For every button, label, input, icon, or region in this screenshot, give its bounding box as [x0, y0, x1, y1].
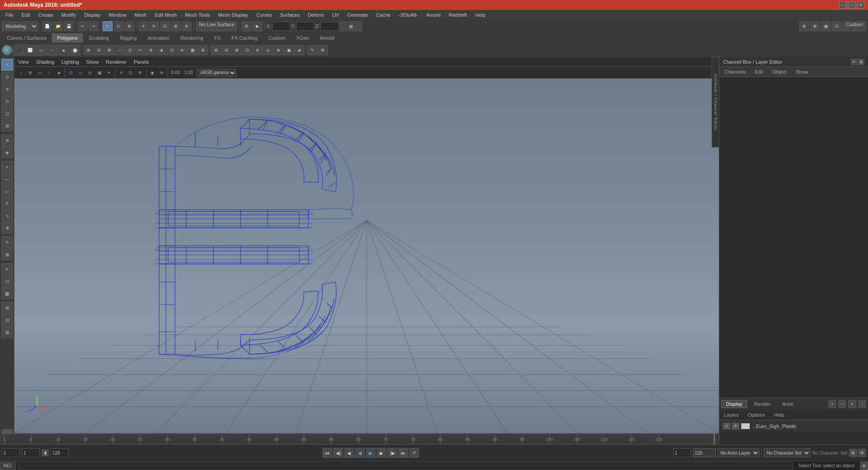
rotate-side-button[interactable]: ↻	[1, 95, 13, 107]
poly-fill-hole-button[interactable]: ⊡	[167, 45, 177, 55]
lighting-button[interactable]: ☀	[104, 68, 113, 77]
vp-menu-show[interactable]: Show	[85, 59, 101, 65]
layer-options-button[interactable]: ⋯	[838, 400, 846, 408]
cb-tab-channels[interactable]: Channels	[721, 68, 749, 75]
poly-bridge-button[interactable]: ⊟	[94, 45, 104, 55]
play-forward-button[interactable]: ▶	[366, 448, 376, 458]
edge-snap-side-button[interactable]: —	[1, 173, 13, 185]
poly-append-button[interactable]: ◈	[156, 45, 166, 55]
poly-cut-button[interactable]: ✂	[136, 45, 146, 55]
vertex-snap-side-button[interactable]: •	[1, 161, 13, 173]
transform-btn-1[interactable]: ⊞	[1, 302, 13, 314]
menu-curves[interactable]: Curves	[253, 11, 276, 19]
menu-mesh[interactable]: Mesh	[131, 11, 150, 19]
camera-attr-button[interactable]: ⚙	[136, 68, 145, 77]
z-coord-input[interactable]	[321, 22, 339, 31]
rotate-tool-button[interactable]: ↻	[149, 21, 159, 31]
cb-tab-edit[interactable]: Edit	[751, 68, 767, 75]
move-side-button[interactable]: ✛	[1, 83, 13, 95]
layer-color-button[interactable]	[741, 423, 750, 429]
menu-mesh-tools[interactable]: Mesh Tools	[181, 11, 213, 19]
render-settings-button[interactable]: ⚙	[241, 21, 251, 31]
select-tool-button[interactable]: ↖	[103, 21, 113, 31]
prev-keyframe-button[interactable]: ◀|	[333, 448, 343, 458]
menu-modify[interactable]: Modify	[58, 11, 80, 19]
anim-layer-select[interactable]: No Anim Layer	[717, 448, 760, 457]
range-end-input[interactable]	[51, 448, 69, 457]
playback-end-input[interactable]	[693, 448, 716, 457]
sculpt-tool-side-button[interactable]: ⊠	[1, 249, 13, 260]
script-input[interactable]	[18, 462, 793, 470]
panel-float-button[interactable]: ⊞	[858, 59, 864, 65]
poly-ring-button[interactable]: ◎	[125, 45, 135, 55]
lasso-button[interactable]: ⊙	[113, 21, 123, 31]
menu-display[interactable]: Display	[80, 11, 104, 19]
current-frame-input[interactable]	[22, 448, 40, 457]
layer-add-button[interactable]: +	[828, 400, 836, 408]
textured-button[interactable]: ▦	[95, 68, 104, 77]
layer-p-button[interactable]: P	[732, 423, 739, 429]
layer-float-button[interactable]: ↑	[858, 400, 866, 408]
skip-to-start-button[interactable]: ⏮	[322, 448, 332, 458]
tab-rigging[interactable]: Rigging	[115, 33, 142, 42]
menu-help[interactable]: Help	[472, 11, 489, 19]
poly-separate-button[interactable]: ⊟	[222, 45, 231, 55]
menu-window[interactable]: Window	[105, 11, 130, 19]
smooth-button[interactable]: ◎	[85, 68, 94, 77]
custom-button[interactable]: Custom	[843, 21, 866, 31]
tab-polygons[interactable]: Polygons	[52, 33, 82, 42]
character-set-select[interactable]: No Character Set	[764, 448, 811, 457]
menu-redshift[interactable]: Redshift	[445, 11, 471, 19]
menu-create[interactable]: Create	[35, 11, 57, 19]
select-tool-side-button[interactable]: ↖	[1, 59, 13, 70]
disp-tab-anim[interactable]: Anim	[777, 400, 798, 408]
camera-frame-button[interactable]: ▭	[35, 68, 44, 77]
layer-delete-button[interactable]: ×	[848, 400, 856, 408]
universal-manip-button[interactable]: ⊞	[171, 21, 181, 31]
poly-uv-button[interactable]: ⊞	[318, 45, 328, 55]
anim-btn-2[interactable]: ⚙	[858, 449, 866, 457]
poly-multi-cut-button[interactable]: ⊕	[146, 45, 156, 55]
menu-surfaces[interactable]: Surfaces	[276, 11, 303, 19]
next-frame-button[interactable]: ▶	[377, 448, 387, 458]
poly-transfer-button[interactable]: ⊕	[274, 45, 283, 55]
poly-torus-button[interactable]: ○	[47, 45, 58, 56]
poly-split-button[interactable]: ▦	[188, 45, 198, 55]
poly-bevel-button[interactable]: ⊠	[104, 45, 114, 55]
show-manip-side-button[interactable]: ◈	[1, 146, 13, 158]
menu-edit[interactable]: Edit	[18, 11, 34, 19]
mel-python-toggle[interactable]: MEL	[0, 462, 16, 470]
grid-toggle-button[interactable]: #	[117, 68, 126, 77]
poly-disk-button[interactable]: ⬤	[70, 45, 80, 56]
vp-menu-lighting[interactable]: Lighting	[60, 59, 81, 65]
menu-uv[interactable]: UV	[329, 11, 343, 19]
playback-start-input[interactable]	[673, 448, 691, 457]
poly-extrude-button[interactable]: ⊞	[84, 45, 94, 55]
new-scene-button[interactable]: 📄	[42, 21, 52, 31]
poly-conform-button[interactable]: ▣	[284, 45, 294, 55]
menu-mesh-display[interactable]: Mesh Display	[215, 11, 252, 19]
face-snap-side-button[interactable]: ▭	[1, 185, 13, 197]
poly-avg-verts-button[interactable]: ◎	[263, 45, 273, 55]
close-button[interactable]: ✕	[857, 1, 864, 9]
icon-set-3[interactable]: ▦	[821, 21, 831, 31]
scale-tool-button[interactable]: ⊡	[160, 21, 170, 31]
xray-button[interactable]: ◉	[148, 68, 157, 77]
poly-bool-button[interactable]: ⊠	[232, 45, 242, 55]
mode-dropdown[interactable]: Modeling	[2, 21, 38, 31]
transform-btn-3[interactable]: ⊠	[1, 326, 13, 338]
disp-sub-options[interactable]: Options	[745, 412, 768, 418]
universal-side-button[interactable]: ⊞	[1, 120, 13, 132]
poly-sphere-button[interactable]: ○	[2, 45, 13, 56]
tab-animation[interactable]: Animation	[142, 33, 175, 42]
maximize-button[interactable]: □	[848, 1, 855, 9]
menu-edit-mesh[interactable]: Edit Mesh	[151, 11, 180, 19]
curve-snap-side-button[interactable]: ∿	[1, 210, 13, 221]
panel-close-button[interactable]: ✕	[851, 59, 857, 65]
layer-editor-side-button[interactable]: ≡	[1, 263, 13, 275]
soft-select-side-button[interactable]: ⊛	[1, 134, 13, 146]
poly-combine-button[interactable]: ⊞	[211, 45, 221, 55]
no-live-surface-button[interactable]: No Live Surface	[196, 21, 237, 31]
soft-mod-button[interactable]: ⊛	[182, 21, 192, 31]
tab-fx-caching[interactable]: FX Caching	[226, 33, 262, 42]
